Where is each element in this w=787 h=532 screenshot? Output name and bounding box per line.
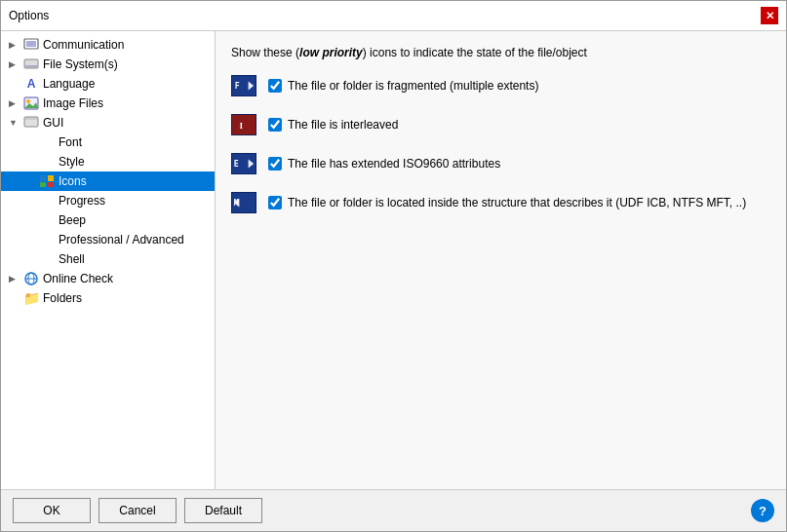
svg-rect-11: [40, 182, 46, 187]
icon-folders: 📁: [22, 290, 40, 306]
icon-filesystem: [22, 57, 40, 72]
option-row-iso9660: E The file has extended ISO9660 attribut…: [231, 153, 770, 174]
bottom-bar-right: ?: [751, 499, 774, 522]
checkbox-fragmented[interactable]: [268, 79, 282, 93]
svg-rect-9: [40, 175, 46, 181]
icon-placeholder-font: [38, 134, 56, 150]
tree-item-professional[interactable]: Professional / Advanced: [1, 230, 215, 249]
default-button[interactable]: Default: [184, 498, 262, 523]
label-filesystem: File System(s): [43, 57, 118, 71]
expand-icon-filesystem: ▶: [9, 59, 22, 69]
tree-item-onlinecheck[interactable]: ▶ Online Check: [1, 269, 215, 288]
label-gui: GUI: [43, 116, 63, 130]
option-row-interleaved: I The file is interleaved: [231, 114, 770, 135]
tree-item-progress[interactable]: Progress: [1, 191, 215, 210]
option-row-structure: M The file or folder is located inside t…: [231, 192, 770, 213]
svg-rect-3: [25, 65, 37, 67]
checkbox-label-fragmented[interactable]: The file or folder is fragmented (multip…: [268, 79, 538, 93]
svg-rect-10: [48, 175, 54, 181]
option-row-fragmented: F The file or folder is fragmented (mult…: [231, 75, 770, 96]
label-language: Language: [43, 77, 95, 91]
bottom-bar: OK Cancel Default ?: [1, 489, 786, 531]
checkbox-structure[interactable]: [268, 196, 282, 209]
svg-rect-12: [48, 182, 54, 187]
label-progress: Progress: [59, 194, 105, 208]
icon-placeholder-progress: [38, 193, 56, 209]
tree-item-style[interactable]: Style: [1, 152, 215, 171]
tree-item-filesystem[interactable]: ▶ File System(s): [1, 55, 215, 74]
option-text-structure: The file or folder is located inside the…: [288, 196, 746, 209]
interleaved-icon: I: [231, 114, 256, 135]
svg-rect-19: [232, 115, 256, 134]
options-container: F The file or folder is fragmented (mult…: [231, 75, 770, 213]
icon-gui: [22, 115, 40, 131]
label-professional: Professional / Advanced: [59, 233, 184, 247]
checkbox-label-iso9660[interactable]: The file has extended ISO9660 attributes: [268, 157, 500, 171]
iso9660-icon: E: [231, 153, 256, 174]
svg-text:E: E: [234, 159, 239, 169]
icon-icons: [38, 173, 56, 189]
structure-icon: M: [231, 192, 256, 213]
cancel-button[interactable]: Cancel: [98, 498, 177, 523]
svg-text:F: F: [235, 81, 240, 91]
main-content: ▶ Communication▶ File System(s)ALanguage…: [1, 31, 786, 489]
tree-item-folders[interactable]: 📁Folders: [1, 288, 215, 308]
ok-button[interactable]: OK: [13, 498, 91, 523]
checkbox-label-structure[interactable]: The file or folder is located inside the…: [268, 196, 746, 209]
tree-item-gui[interactable]: ▼ GUI: [1, 113, 215, 133]
icon-placeholder-professional: [38, 232, 56, 247]
window-title: Options: [9, 9, 49, 22]
tree-item-imagefiles[interactable]: ▶ Image Files: [1, 94, 215, 113]
checkbox-interleaved[interactable]: [268, 118, 282, 132]
tree-item-language[interactable]: ALanguage: [1, 74, 215, 94]
help-button[interactable]: ?: [751, 499, 774, 522]
icon-placeholder-style: [38, 154, 56, 170]
bottom-bar-buttons: OK Cancel Default: [13, 498, 262, 523]
label-shell: Shell: [59, 252, 85, 266]
fragmented-icon: F: [231, 75, 256, 96]
checkbox-iso9660[interactable]: [268, 157, 282, 171]
tree-item-shell[interactable]: Shell: [1, 249, 215, 269]
tree-item-communication[interactable]: ▶ Communication: [1, 35, 215, 55]
svg-rect-1: [26, 41, 36, 47]
tree-panel: ▶ Communication▶ File System(s)ALanguage…: [1, 31, 216, 489]
option-text-interleaved: The file is interleaved: [288, 118, 398, 132]
label-communication: Communication: [43, 38, 124, 52]
tree-container: ▶ Communication▶ File System(s)ALanguage…: [1, 35, 215, 308]
option-text-iso9660: The file has extended ISO9660 attributes: [288, 157, 500, 171]
expand-icon-gui: ▼: [9, 118, 22, 128]
label-icons: Icons: [59, 174, 87, 188]
svg-point-5: [26, 99, 30, 103]
label-style: Style: [59, 155, 85, 169]
icon-imagefiles: [22, 95, 40, 111]
icon-placeholder-beep: [38, 212, 56, 228]
section-header: Show these (low priority) icons to indic…: [231, 45, 770, 61]
icon-communication: [22, 37, 40, 53]
close-button[interactable]: ✕: [761, 7, 778, 24]
option-text-fragmented: The file or folder is fragmented (multip…: [288, 79, 538, 93]
tree-item-beep[interactable]: Beep: [1, 210, 215, 230]
label-onlinecheck: Online Check: [43, 272, 113, 285]
icon-language: A: [22, 76, 40, 92]
label-beep: Beep: [59, 213, 86, 227]
icon-onlinecheck: [22, 271, 40, 286]
options-window: Options ✕ ▶ Communication▶ File System(s…: [0, 0, 787, 532]
svg-rect-8: [25, 118, 37, 120]
tree-item-icons[interactable]: Icons: [1, 171, 215, 191]
expand-icon-imagefiles: ▶: [9, 98, 22, 108]
expand-icon-onlinecheck: ▶: [9, 274, 22, 284]
tree-item-font[interactable]: Font: [1, 133, 215, 152]
expand-icon-communication: ▶: [9, 40, 22, 50]
svg-text:I: I: [239, 120, 243, 130]
icon-placeholder-shell: [38, 251, 56, 267]
low-priority-text: low priority: [299, 46, 363, 59]
checkbox-label-interleaved[interactable]: The file is interleaved: [268, 118, 398, 132]
label-folders: Folders: [43, 291, 82, 305]
right-panel: Show these (low priority) icons to indic…: [216, 31, 786, 489]
title-bar: Options ✕: [1, 1, 786, 31]
label-imagefiles: Image Files: [43, 96, 103, 110]
label-font: Font: [59, 135, 82, 149]
